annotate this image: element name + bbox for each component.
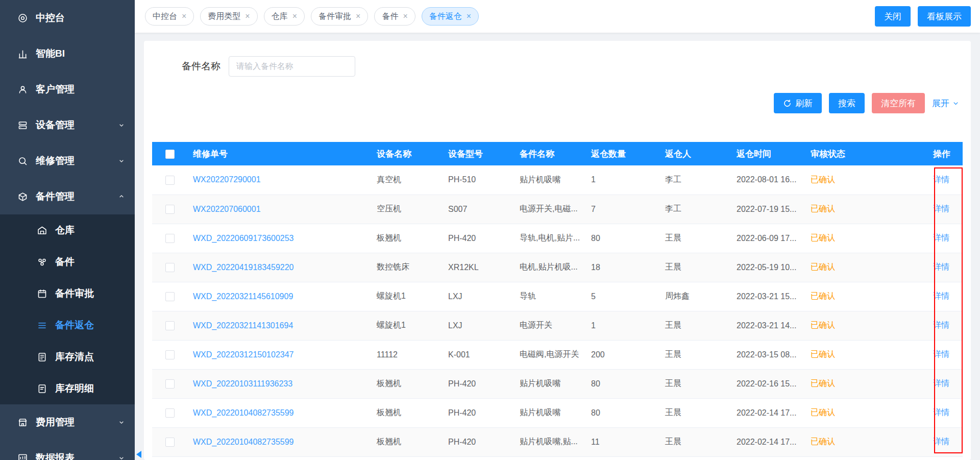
row-checkbox[interactable]: [165, 205, 175, 214]
returner-cell: 王晨: [660, 311, 731, 340]
sidebar-item-smart-bi[interactable]: 智能BI: [0, 36, 135, 71]
detail-link[interactable]: 详情: [933, 233, 949, 242]
table-row: WXD_20220419183459220 数控铣床 XR12KL 电机,贴片机…: [152, 253, 963, 282]
sidebar-item-inventory-detail[interactable]: 库存明细: [0, 373, 135, 404]
sidebar-item-parts-approval[interactable]: 备件审批: [0, 278, 135, 309]
sidebar-collapse-arrow[interactable]: [136, 451, 141, 458]
row-checkbox[interactable]: [165, 263, 175, 272]
chevron-down-icon: [117, 454, 126, 460]
table-row: WXD_20220321145610909 螺旋机1 LXJ 导轨 5 周炜鑫 …: [152, 282, 963, 311]
device-model-cell: PH-510: [443, 165, 514, 195]
table-row: WXD_20220104082735599 板翘机 PH-420 贴片机吸嘴 8…: [152, 398, 963, 427]
order-no-link[interactable]: WXD_20220104082735599: [193, 408, 294, 417]
row-checkbox[interactable]: [165, 321, 175, 330]
time-cell: 2022-02-14 17...: [731, 398, 805, 427]
sidebar-item-warehouse[interactable]: 仓库: [0, 214, 135, 246]
board-display-button[interactable]: 看板展示: [918, 6, 971, 27]
sidebar-item-data-reports[interactable]: 数据报表: [0, 440, 135, 460]
row-checkbox[interactable]: [165, 292, 175, 301]
detail-link[interactable]: 详情: [933, 408, 949, 417]
row-checkbox[interactable]: [165, 176, 175, 185]
search-button[interactable]: 搜索: [829, 93, 865, 113]
sidebar-item-label: 费用管理: [36, 416, 75, 429]
tab-label: 备件: [382, 11, 398, 22]
order-no-link[interactable]: WXD_20220419183459220: [193, 263, 294, 272]
tab-parts-approval[interactable]: 备件审批 ×: [311, 7, 368, 26]
row-checkbox[interactable]: [165, 350, 175, 359]
qty-cell: 200: [586, 340, 660, 369]
table-row: WXD_20220321141301694 螺旋机1 LXJ 电源开关 1 王晨…: [152, 311, 963, 340]
sidebar-item-maintenance-management[interactable]: 维修管理: [0, 143, 135, 179]
column-header-time: 返仓时间: [731, 142, 805, 165]
refresh-button[interactable]: 刷新: [774, 93, 822, 113]
tab-label: 仓库: [272, 11, 288, 22]
detail-link[interactable]: 详情: [933, 262, 949, 271]
time-cell: 2022-07-19 15...: [731, 195, 805, 224]
sidebar-item-spare-parts-management[interactable]: 备件管理: [0, 179, 135, 214]
order-no-link[interactable]: WXD_20220312150102347: [193, 350, 294, 359]
sidebar-item-label: 备件管理: [36, 190, 75, 203]
tab-warehouse[interactable]: 仓库 ×: [264, 7, 305, 26]
close-icon[interactable]: ×: [356, 12, 360, 21]
returner-cell: 王晨: [660, 369, 731, 398]
close-icon[interactable]: ×: [403, 12, 407, 21]
status-badge: 已确认: [811, 321, 835, 329]
part-name-input[interactable]: [229, 56, 355, 77]
sidebar-item-customer-management[interactable]: 客户管理: [0, 71, 135, 107]
qty-cell: 1: [586, 165, 660, 195]
tab-parts-return[interactable]: 备件返仓 ×: [422, 7, 479, 26]
close-icon[interactable]: ×: [182, 12, 186, 21]
order-no-link[interactable]: WX202207060001: [193, 205, 261, 213]
sidebar-item-fee-management[interactable]: 费用管理: [0, 404, 135, 440]
expand-link[interactable]: 展开: [932, 98, 960, 109]
sidebar-item-device-management[interactable]: 设备管理: [0, 107, 135, 143]
order-no-link[interactable]: WXD_20220321141301694: [193, 321, 293, 330]
row-checkbox[interactable]: [165, 379, 175, 389]
clear-all-button[interactable]: 清空所有: [872, 93, 925, 113]
detail-link[interactable]: 详情: [933, 204, 949, 213]
detail-link[interactable]: 详情: [933, 175, 949, 184]
toolbar: 刷新 搜索 清空所有 展开: [152, 93, 963, 113]
search-form: 备件名称: [152, 56, 963, 77]
detail-link[interactable]: 详情: [933, 321, 949, 329]
order-no-link[interactable]: WXD_20220321145610909: [193, 292, 293, 301]
select-all-checkbox[interactable]: [165, 150, 175, 159]
row-checkbox[interactable]: [165, 234, 175, 243]
part-name-cell: 导轨: [514, 282, 586, 311]
sidebar-item-inventory-count[interactable]: 库存清点: [0, 341, 135, 373]
detail-link[interactable]: 详情: [933, 379, 949, 388]
chevron-down-icon: [117, 121, 126, 129]
tab-label: 费用类型: [208, 11, 240, 22]
status-badge: 已确认: [811, 262, 835, 271]
order-no-link[interactable]: WXD_20220609173600253: [193, 234, 294, 243]
sidebar-item-spare-parts[interactable]: 备件: [0, 246, 135, 278]
device-name-cell: 空压机: [372, 195, 443, 224]
order-no-link[interactable]: WXD_20220104082735599: [193, 438, 294, 446]
tab-console[interactable]: 中控台 ×: [145, 7, 194, 26]
close-icon[interactable]: ×: [245, 12, 250, 21]
table-body: WX202207290001 真空机 PH-510 贴片机吸嘴 1 李工 202…: [152, 165, 963, 456]
close-button[interactable]: 关闭: [875, 6, 911, 27]
close-icon[interactable]: ×: [292, 12, 297, 21]
sidebar-item-parts-return[interactable]: 备件返仓: [0, 309, 135, 341]
chevron-down-icon: [952, 100, 960, 107]
close-icon[interactable]: ×: [467, 12, 471, 21]
qty-cell: 80: [586, 369, 660, 398]
device-name-cell: 数控铣床: [372, 253, 443, 282]
status-badge: 已确认: [811, 379, 835, 388]
order-no-link[interactable]: WX202207290001: [193, 175, 261, 184]
row-checkbox[interactable]: [165, 438, 175, 447]
tab-spare-parts[interactable]: 备件 ×: [374, 7, 415, 26]
detail-link[interactable]: 详情: [933, 292, 949, 300]
detail-link[interactable]: 详情: [933, 350, 949, 358]
sidebar-item-console[interactable]: 中控台: [0, 0, 135, 36]
column-header-operation: 操作: [928, 142, 963, 165]
detail-link[interactable]: 详情: [933, 437, 949, 446]
table-row: WXD_20220312150102347 11112 K-001 电磁阀,电源…: [152, 340, 963, 369]
tab-fee-type[interactable]: 费用类型 ×: [200, 7, 257, 26]
time-cell: 2022-03-15 08...: [731, 340, 805, 369]
returner-cell: 周炜鑫: [660, 282, 731, 311]
row-checkbox[interactable]: [165, 408, 175, 418]
returner-cell: 王晨: [660, 427, 731, 456]
order-no-link[interactable]: WXD_20220103111936233: [193, 379, 292, 388]
